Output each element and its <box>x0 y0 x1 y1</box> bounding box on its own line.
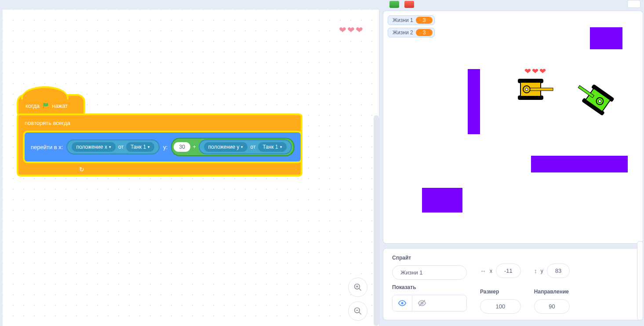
block-text: повторять всегда <box>25 120 70 126</box>
heart-icon: ❤ <box>347 25 355 35</box>
tank2-sprite[interactable] <box>570 76 618 121</box>
size-input[interactable]: 100 <box>480 299 521 314</box>
heart-icon: ❤ <box>524 66 531 76</box>
when-flag-clicked-block[interactable]: когда нажат <box>18 96 84 114</box>
eye-icon <box>398 299 407 308</box>
variable-name: Жизни 2 <box>393 29 413 36</box>
variable-value: 3 <box>416 29 433 36</box>
stage[interactable]: Жизни 1 3 Жизни 2 3 ❤ ❤ ❤ <box>383 11 643 244</box>
green-flag-icon <box>42 102 49 109</box>
heart-icon: ❤ <box>356 25 363 35</box>
scrollbar[interactable] <box>374 115 379 326</box>
zoom-out-button[interactable] <box>348 301 367 321</box>
y-label: y <box>541 268 543 274</box>
size-label: Размер <box>480 289 521 295</box>
svg-point-19 <box>401 302 404 304</box>
direction-label: Направление <box>534 289 570 295</box>
stage-panel-strip <box>637 241 643 320</box>
zoom-in-button[interactable] <box>348 278 367 297</box>
heart-icon: ❤ <box>339 25 346 35</box>
wall-sprite <box>422 188 462 212</box>
wall-sprite <box>531 156 628 172</box>
x-input[interactable]: -11 <box>496 264 521 278</box>
tank1-sprite[interactable]: ❤ ❤ ❤ <box>515 66 555 103</box>
variable-monitor[interactable]: Жизни 2 3 <box>388 28 435 37</box>
sensing-of-reporter[interactable]: положение x▾ от Танк 1▾ <box>66 139 160 154</box>
loop-arrow-icon: ↻ <box>79 166 84 173</box>
wall-sprite <box>468 69 480 134</box>
svg-rect-12 <box>530 88 553 91</box>
heart-icon: ❤ <box>539 66 546 76</box>
zoom-in-icon <box>353 283 362 292</box>
block-text: нажат <box>52 103 68 109</box>
sensing-of-reporter[interactable]: положение y▾ от Танк 1▾ <box>199 139 292 154</box>
sprite-label: Спрайт <box>392 255 467 261</box>
number-input[interactable]: 30 <box>174 142 190 152</box>
heart-icon: ❤ <box>532 66 538 76</box>
direction-input[interactable]: 90 <box>534 299 570 314</box>
show-button[interactable] <box>393 295 412 311</box>
variable-name: Жизни 1 <box>393 17 413 23</box>
x-label: x <box>490 268 492 274</box>
script-stack[interactable]: когда нажат повторять всегда перейти в x… <box>18 96 301 175</box>
hide-button[interactable] <box>412 295 431 311</box>
zoom-controls <box>348 278 367 321</box>
block-text: y: <box>163 144 167 150</box>
variable-value: 3 <box>416 17 433 24</box>
goto-xy-block[interactable]: перейти в x: положение x▾ от Танк 1▾ y: <box>25 132 301 161</box>
block-text: перейти в x: <box>31 144 63 150</box>
fullscreen-button[interactable] <box>627 0 640 8</box>
wall-sprite <box>590 27 622 49</box>
show-label: Показать <box>392 284 467 290</box>
hearts-sprite-preview: ❤ ❤ ❤ <box>339 25 363 35</box>
forever-block[interactable]: повторять всегда перейти в x: положение … <box>18 115 301 175</box>
horizontal-arrows-icon: ↔ <box>480 267 486 275</box>
eye-off-icon <box>418 299 426 308</box>
target-dropdown[interactable]: Танк 1▾ <box>258 142 286 152</box>
stop-button[interactable] <box>404 1 414 8</box>
block-text: когда <box>25 103 40 109</box>
attribute-dropdown[interactable]: положение y▾ <box>204 142 248 152</box>
visibility-toggle <box>392 295 467 311</box>
vertical-arrows-icon: ↕ <box>534 267 537 275</box>
script-area[interactable]: ❤ ❤ ❤ когда нажат повторять всегда перей… <box>3 10 379 326</box>
y-input[interactable]: 83 <box>547 264 570 278</box>
svg-line-5 <box>359 312 361 315</box>
lives-hearts: ❤ ❤ ❤ <box>515 66 555 76</box>
green-flag-button[interactable] <box>389 1 399 8</box>
target-dropdown[interactable]: Танк 1▾ <box>126 142 154 152</box>
sprite-name-input[interactable]: Жизни 1 <box>392 265 467 280</box>
addition-operator[interactable]: 30 + положение y▾ от Танк 1▾ <box>171 138 294 156</box>
variable-monitor[interactable]: Жизни 1 3 <box>388 15 435 25</box>
zoom-out-icon <box>353 307 362 315</box>
attribute-dropdown[interactable]: положение x▾ <box>72 142 116 152</box>
sprite-info-panel: Спрайт Жизни 1 Показать ↔ x -11 <box>383 248 643 320</box>
svg-line-1 <box>359 289 361 291</box>
svg-point-11 <box>525 88 528 91</box>
